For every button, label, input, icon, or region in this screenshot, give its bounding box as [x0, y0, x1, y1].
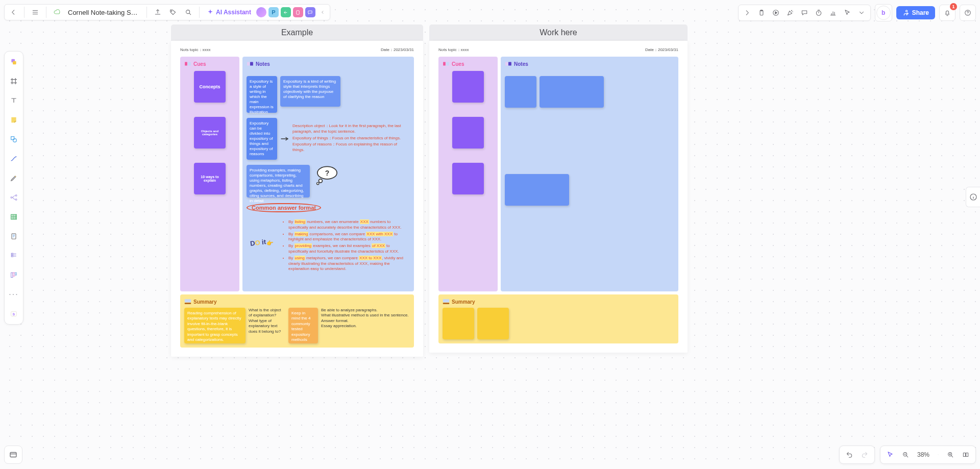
fit-button[interactable]: [959, 448, 972, 461]
undo-button[interactable]: [843, 448, 856, 461]
zoom-group: 38%: [880, 446, 976, 464]
svg-rect-30: [188, 62, 191, 66]
chip-p[interactable]: P: [268, 7, 279, 17]
summary-sticky-2[interactable]: Keep in mind the 4 commonly tested expos…: [288, 308, 318, 343]
arrow-icon: [280, 136, 289, 142]
cues-column-work[interactable]: Cues: [438, 57, 498, 291]
note-empty-1[interactable]: [505, 76, 536, 108]
circled-label[interactable]: Common answer format: [247, 203, 321, 212]
notes-column-work[interactable]: Notes: [501, 57, 678, 291]
kanban-tool[interactable]: [7, 268, 21, 282]
chat-button[interactable]: [798, 6, 811, 19]
pen-tool[interactable]: [7, 171, 21, 185]
chip-comment-icon[interactable]: [305, 7, 315, 17]
chip-doc-icon[interactable]: [293, 7, 303, 17]
play-button[interactable]: [769, 6, 782, 19]
svg-rect-14: [11, 214, 17, 219]
cue-sticky-1[interactable]: Concepts: [194, 71, 226, 103]
ai-assistant-label: AI Assistant: [216, 9, 251, 16]
timer-button[interactable]: [812, 6, 825, 19]
note-tool[interactable]: [7, 113, 21, 127]
avatar-chip[interactable]: [256, 7, 266, 17]
cue-sticky-3[interactable]: 10 ways to explain: [194, 163, 226, 194]
summary-section-work[interactable]: Summary: [438, 294, 678, 343]
note-empty-2[interactable]: [540, 76, 604, 108]
frame-tool[interactable]: [7, 74, 21, 88]
more-dropdown[interactable]: [855, 6, 868, 19]
ai-avatar-container: b: [875, 4, 892, 21]
confetti-button[interactable]: [783, 6, 797, 19]
notifications-badge: 1: [950, 3, 957, 10]
board-example-title: Example: [171, 24, 423, 41]
svg-rect-19: [13, 273, 15, 276]
note-empty-3[interactable]: [505, 174, 569, 206]
pointer-mode[interactable]: [884, 448, 897, 461]
bottom-right-cluster: 38%: [839, 446, 976, 464]
top-toolbar: Cornell Note-taking Syst… AI Assistant P: [4, 4, 330, 20]
list-tool[interactable]: [7, 249, 21, 263]
clipboard-button[interactable]: [755, 6, 768, 19]
note-red-description[interactable]: Description object：Look for it in the fi…: [292, 124, 410, 154]
meta-topic-label: Nots topic：: [180, 47, 203, 52]
meta-date-label-w: Date：: [645, 47, 658, 52]
cue-empty-3[interactable]: [452, 163, 484, 194]
export-button[interactable]: [151, 6, 164, 19]
mindmap-tool[interactable]: [7, 190, 21, 205]
redo-button[interactable]: [858, 448, 871, 461]
svg-rect-31: [247, 62, 250, 66]
summary-section[interactable]: Summary Reading comprehension of explana…: [180, 294, 414, 348]
cue-empty-2[interactable]: [452, 117, 484, 149]
cursor-tool-button[interactable]: [841, 6, 854, 19]
chip-share-icon[interactable]: [281, 7, 291, 17]
menu-button[interactable]: [29, 6, 42, 19]
summary-empty-2[interactable]: [477, 308, 509, 339]
collapse-left-button[interactable]: [317, 6, 328, 19]
svg-rect-43: [443, 299, 449, 302]
share-button[interactable]: Share: [896, 6, 935, 19]
board-work[interactable]: Work here Nots topic：xxxx Date：2023/03/3…: [429, 24, 688, 357]
document-tool[interactable]: [7, 229, 21, 243]
summary-sticky-1[interactable]: Reading comprehension of explanatory tex…: [184, 308, 246, 343]
summary-text-1[interactable]: What is the object of explanation? What …: [249, 308, 285, 334]
connector-tool[interactable]: [7, 152, 21, 166]
board-example[interactable]: Example Nots topic：xxxx Date：2023/03/31 …: [171, 24, 423, 357]
ai-assistant-button[interactable]: AI Assistant: [204, 7, 254, 18]
chart-button[interactable]: [826, 6, 840, 19]
summary-text-2[interactable]: Be able to analyze paragraphs. What illu…: [321, 308, 410, 329]
cues-column[interactable]: Cues Concepts Objects and categories 10 …: [180, 57, 239, 291]
expand-right-button[interactable]: [741, 6, 754, 19]
document-title[interactable]: Cornell Note-taking Syst…: [66, 9, 142, 16]
answer-list[interactable]: By listing numbers, we can enumerate XXX…: [281, 219, 410, 273]
sticky-notes-tool[interactable]: [7, 55, 21, 69]
help-button[interactable]: [961, 6, 974, 19]
back-button[interactable]: [7, 6, 20, 19]
tag-button[interactable]: [166, 6, 180, 19]
layers-button[interactable]: [4, 446, 22, 464]
text-tool[interactable]: [7, 93, 21, 108]
info-button[interactable]: [966, 187, 980, 207]
note-sticky-c1[interactable]: Providing examples, making comparisons, …: [247, 165, 310, 198]
svg-point-13: [15, 199, 17, 201]
zoom-dropdown[interactable]: [935, 448, 942, 461]
cue-sticky-2[interactable]: Objects and categories: [194, 117, 226, 149]
svg-point-10: [13, 139, 17, 142]
cue-empty-1[interactable]: [452, 71, 484, 103]
zoom-in-button[interactable]: [944, 448, 957, 461]
notes-column[interactable]: Notes Expository is a style of writing i…: [242, 57, 414, 291]
cloud-sync-icon[interactable]: [51, 6, 64, 19]
zoom-out-button[interactable]: [899, 448, 912, 461]
search-button[interactable]: [182, 6, 195, 19]
summary-empty-1[interactable]: [443, 308, 474, 339]
share-label: Share: [912, 9, 929, 16]
notifications-button[interactable]: 1: [939, 5, 955, 21]
table-tool[interactable]: [7, 210, 21, 224]
svg-rect-29: [185, 62, 187, 66]
ai-avatar[interactable]: b: [876, 6, 891, 20]
note-sticky-b1[interactable]: Expository can be divided into expositor…: [247, 118, 277, 160]
zoom-level[interactable]: 38%: [914, 451, 933, 458]
templates-tool[interactable]: b: [7, 307, 21, 321]
note-sticky-a2[interactable]: Expository is a kind of writing style th…: [280, 76, 340, 107]
more-tools[interactable]: ···: [7, 287, 21, 302]
note-sticky-a1[interactable]: Expository is a style of writing in whic…: [247, 76, 277, 113]
shape-tool[interactable]: [7, 132, 21, 146]
